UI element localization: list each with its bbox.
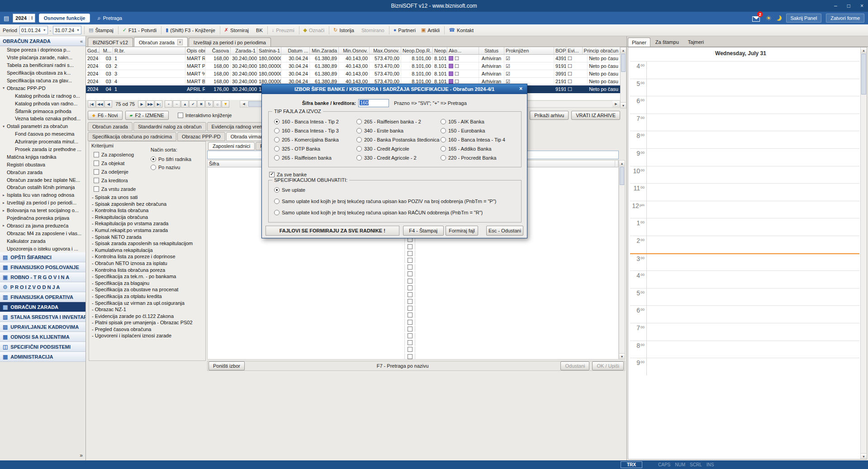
tree-item[interactable]: Katalog prihoda van radno... — [0, 99, 85, 107]
grid-header-cell[interactable]: Min.Zarada — [310, 47, 339, 55]
worker-select-checkbox[interactable] — [408, 279, 413, 284]
worker-row[interactable] — [208, 346, 618, 353]
tree-item[interactable]: ▸ Izveštaji za period i po periodi... — [0, 199, 85, 207]
toolbar-button[interactable]: ▣ Artikli ▼ — [418, 26, 442, 34]
pretraga-button[interactable]: ⌕ Pretraga — [94, 13, 125, 23]
bank-radio[interactable]: 325 - OTP Banka — [274, 144, 356, 153]
grid-header-cell[interactable]: Proknjižen — [504, 47, 554, 55]
planner-time-slot[interactable]: 300 — [630, 253, 859, 271]
scroll-up-icon[interactable]: ▲ — [619, 161, 625, 166]
sakrij-panel-button[interactable]: Sakrij Panel — [786, 14, 822, 23]
worker-select-checkbox[interactable] — [408, 292, 413, 297]
sidebar-module-item[interactable]: ▦ FINANSIJSKO POSLOVANJE — [0, 262, 85, 272]
worker-row[interactable] — [208, 264, 618, 270]
zatvori-forme-button[interactable]: Zatvori forme — [826, 14, 864, 23]
scroll-right-icon[interactable]: ▶ — [612, 101, 620, 107]
report-list-item[interactable]: Specifikacija za obustave na procenat — [92, 286, 204, 293]
tree-item[interactable]: Obrazac M4 za zaposlene i vlas... — [0, 229, 85, 237]
tree-item[interactable]: Fond časova po mesecima — [0, 130, 85, 138]
report-list-item[interactable]: Obrazac NZ-1 — [92, 306, 204, 313]
toolbar-button[interactable]: ● Partneri ▼ — [389, 26, 418, 34]
prikazi-arhivu-button[interactable]: Prikaži arhivu — [530, 111, 569, 120]
report-list-item[interactable]: Kumul.rekapit.po vrstama zarada — [92, 227, 204, 234]
criteria-checkbox[interactable]: Za objekat — [94, 159, 136, 167]
bank-radio[interactable]: 165 - Addiko Banka — [441, 144, 517, 153]
document-tab[interactable]: Obračun zarada × — [134, 37, 188, 47]
bank-radio[interactable]: 200 - Banka Postanska štedionica — [356, 135, 440, 144]
planner-time-slot[interactable]: 600 — [630, 96, 859, 114]
navigator-button[interactable]: ▶| — [155, 100, 162, 108]
tree-item[interactable]: Specifikacija obustava za k... — [0, 69, 85, 77]
toolbar-button[interactable]: ↓ Preuzmi ▼ — [267, 26, 297, 34]
planner-time-slot[interactable]: 400 — [630, 270, 859, 288]
grid-header-cell[interactable]: BOP - Broj Odobrenj... — [554, 47, 566, 55]
planner-scrollbar[interactable]: ▲ ▼ — [860, 47, 867, 459]
planner-time-slot[interactable]: 100 — [630, 218, 859, 236]
sidebar-module-item[interactable]: ▩ ODNOSI SA KLIJENTIMA — [0, 332, 85, 342]
scroll-thumb[interactable] — [620, 167, 624, 185]
table-row[interactable]: 2024033MART %168,0030.240,000180,0000030… — [86, 70, 620, 78]
esc-odustani-button[interactable]: Esc - Odustani — [486, 226, 523, 236]
sort-radio[interactable]: Po nazivu — [151, 163, 191, 171]
navigator-tool-button[interactable]: ▼ — [222, 100, 229, 108]
dialog-titlebar[interactable]: IZBOR ŠIFRE BANKE / KREDITORA I SADRŽAJA… — [262, 84, 527, 94]
close-button[interactable]: × — [859, 3, 865, 9]
bank-radio[interactable]: 160 - Banca Intesa - Tip 3 — [274, 126, 356, 135]
planner-tab[interactable]: Tajmeri — [684, 37, 708, 47]
worker-row[interactable] — [208, 298, 618, 305]
report-list-item[interactable]: Specifikacija za otplatu kredita — [92, 293, 204, 300]
report-list-item[interactable]: Specifikacija za blagajnu — [92, 280, 204, 287]
scroll-down-icon[interactable]: ▼ — [861, 453, 867, 459]
worker-row[interactable] — [208, 353, 618, 360]
grid-header-cell[interactable]: Max.Osnov. — [370, 47, 401, 55]
navigator-button[interactable]: ◀ — [104, 100, 112, 108]
minimize-button[interactable]: – — [832, 3, 839, 9]
navigator-button[interactable]: ▶ — [138, 100, 146, 108]
planner-time-slot[interactable]: 12pm — [630, 201, 859, 218]
navigator-tool-button[interactable]: ✖ — [197, 100, 205, 108]
report-list-item[interactable]: Spisak zarada zaposlenih sa rekapitulaci… — [92, 240, 204, 247]
table-row[interactable]: 2024031MART RAD168,0030.240,000180,00000… — [86, 55, 620, 62]
planner-time-slot[interactable]: 900 — [630, 148, 859, 166]
tree-item[interactable]: Pojedinačna poreska prijava — [0, 214, 85, 222]
workers-vertical-scrollbar[interactable]: ▲ ▼ — [619, 160, 625, 360]
spec-radio[interactable]: Samo uplate kod kojih je broj tekućeg ra… — [274, 195, 518, 207]
worker-select-checkbox[interactable] — [408, 244, 413, 249]
sidebar-module-item[interactable]: ▥ FINANSIJSKA OPERATIVA — [0, 292, 85, 302]
osnovne-funkcije-button[interactable]: Osnovne funkcije — [39, 14, 90, 23]
light-theme-icon[interactable]: ☀ — [766, 14, 772, 22]
collapse-icon[interactable]: « — [80, 38, 83, 44]
tree-item[interactable]: Matična knjiga radnika — [0, 153, 85, 161]
expand-more-icon[interactable]: » — [80, 452, 83, 459]
formiraj-fajl-button[interactable]: Formiraj fajl — [446, 226, 478, 236]
planner-time-slot[interactable]: 500 — [630, 79, 859, 96]
report-list-item[interactable]: Kontrolna lista za poreze i doprinose — [92, 253, 204, 260]
planner-time-slot[interactable]: 500 — [630, 288, 859, 306]
table-row[interactable]: 2024032MART PP168,0030.240,000180,000003… — [86, 62, 620, 70]
mail-button[interactable]: 2 — [752, 14, 761, 22]
inner-tab[interactable]: Obrazac PPP-PD — [177, 132, 225, 141]
report-list-item[interactable]: Kontrolna lista obračuna poreza — [92, 267, 204, 274]
sidebar-module-item[interactable]: ⚙ P R O I Z V O D N J A — [0, 282, 85, 292]
worker-row[interactable] — [208, 325, 618, 332]
worker-row[interactable] — [208, 243, 618, 250]
planner-time-slot[interactable]: 200 — [630, 236, 859, 253]
worker-select-checkbox[interactable] — [408, 271, 413, 276]
toolbar-button[interactable]: ▤ Štampaj ▼ — [84, 26, 116, 34]
bank-radio[interactable]: 265 - Raiffeisen banka - 2 — [356, 117, 440, 126]
scroll-thumb[interactable] — [621, 54, 626, 72]
worker-select-checkbox[interactable] — [408, 285, 413, 290]
planner-time-slot[interactable]: 600 — [630, 305, 859, 323]
interaktivno-knjizenje-checkbox[interactable]: Interaktivno knjiženje — [178, 113, 232, 118]
toolbar-button[interactable]: ✓ F11 - Potvrdi ▼ — [118, 26, 159, 34]
scroll-down-icon[interactable]: ▼ — [619, 353, 625, 359]
report-list-item[interactable]: Obračun NETO iznosa za isplatu — [92, 260, 204, 267]
grid-header-cell[interactable]: Datum ... — [281, 47, 310, 55]
bank-radio[interactable]: 340 - Erste banka — [356, 126, 440, 135]
worker-select-checkbox[interactable] — [408, 299, 413, 304]
worker-select-checkbox[interactable] — [408, 354, 413, 359]
grid-header-cell[interactable]: M... — [100, 47, 113, 55]
bank-radio[interactable]: 105 - AIK Banka — [441, 117, 517, 126]
planner-time-slot[interactable]: 1000 — [630, 166, 859, 184]
sidebar-module-item[interactable]: ▦ ADMINISTRACIJA — [0, 352, 85, 362]
